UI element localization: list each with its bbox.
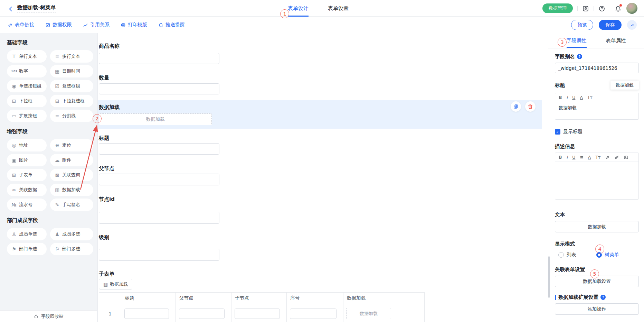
bold-button[interactable]: B	[559, 95, 562, 100]
align-button[interactable]: ≡	[580, 155, 583, 160]
data-permission-button[interactable]: 数据权限	[45, 22, 72, 28]
radio-tree-menu[interactable]	[596, 252, 602, 258]
subform-title-input[interactable]	[124, 309, 169, 319]
level-input[interactable]	[99, 249, 219, 261]
radio-list[interactable]	[558, 252, 564, 258]
title-input[interactable]	[99, 143, 219, 155]
field-label-title: 标题	[99, 135, 109, 141]
subform-dataload-box[interactable]: 数据加载	[346, 308, 391, 319]
notification-bell-icon[interactable]	[615, 5, 622, 12]
subform-parent-input[interactable]	[179, 309, 225, 319]
tab-form-settings[interactable]: 表单设置	[328, 0, 349, 17]
field-label-subform: 子表单	[99, 270, 114, 277]
show-title-row: ✓ 显示标题	[555, 129, 639, 135]
field-data-load[interactable]: ▥数据加载	[50, 184, 93, 196]
page-title[interactable]: 数据加载-树菜单	[17, 4, 56, 12]
field-extend-button[interactable]: ▭扩展按钮	[7, 110, 47, 122]
field-multi-select[interactable]: ⊟下拉复选框	[50, 95, 93, 107]
save-button[interactable]: 保存	[599, 20, 622, 30]
node-id-input[interactable]	[99, 212, 219, 224]
insert-link-icon[interactable]	[605, 155, 610, 160]
help-icon[interactable]	[598, 5, 605, 12]
description-editor-content[interactable]	[555, 162, 638, 199]
field-serial-number[interactable]: №流水号	[7, 199, 47, 211]
subform-order-input[interactable]	[290, 309, 337, 319]
field-dept-multi[interactable]: ⚐部门多选	[50, 243, 93, 255]
data-load-placeholder-box[interactable]: 数据加载	[99, 113, 212, 125]
underline-button[interactable]: U	[572, 155, 575, 160]
alias-input[interactable]	[555, 63, 639, 73]
field-number[interactable]: 123数字	[7, 65, 47, 77]
insert-image-icon[interactable]	[624, 155, 628, 160]
subform-col-dataload: 数据加载	[343, 293, 399, 304]
field-dept-single[interactable]: ⚑部门单选	[7, 243, 47, 255]
tab-form-properties[interactable]: 表单属性	[606, 33, 626, 48]
italic-button[interactable]: I	[567, 155, 568, 160]
field-checkbox-group[interactable]: ☑复选框组	[50, 80, 93, 92]
field-radio-group[interactable]: ◉单选按钮组	[7, 80, 47, 92]
preview-button[interactable]: 预览	[571, 20, 593, 30]
font-color-button[interactable]: A	[588, 155, 591, 160]
field-member-single[interactable]: ♙成员单选	[7, 228, 47, 240]
field-linked-data[interactable]: ∞关联数据	[7, 184, 47, 196]
selected-field-data-load[interactable]: 数据加载 数据加载	[98, 100, 542, 129]
underline-button[interactable]: U	[572, 95, 575, 100]
subform-child-input[interactable]	[235, 309, 280, 319]
field-datetime[interactable]: ▦日期时间	[50, 65, 93, 77]
show-title-checkbox[interactable]: ✓	[555, 129, 560, 135]
field-single-text[interactable]: T单行文本	[7, 50, 47, 63]
panel-scrollbar[interactable]	[548, 256, 550, 298]
subform-col-extra	[399, 293, 425, 304]
title-drag-chip[interactable]: 数据加载	[610, 81, 639, 90]
title-editor-content[interactable]: 数据加载	[555, 102, 638, 119]
printer-icon	[121, 22, 126, 28]
field-location[interactable]: ⊕定位	[50, 139, 93, 151]
text-value-box[interactable]: 数据加载	[555, 221, 639, 232]
cloud-icon: ☁	[54, 157, 60, 163]
extend-help-icon[interactable]: ?	[600, 295, 606, 300]
data-manage-button[interactable]: 数据管理	[542, 3, 573, 13]
field-attachment[interactable]: ☁附件	[50, 154, 93, 166]
field-address[interactable]: ◎地址	[7, 139, 47, 151]
avatar[interactable]	[626, 3, 637, 14]
italic-button[interactable]: I	[567, 95, 568, 100]
description-editor-toolbar: B I U ≡ A Tт	[555, 153, 638, 162]
field-multi-text[interactable]: ≣多行文本	[50, 50, 93, 63]
target-icon: ⊕	[54, 142, 60, 148]
font-color-button[interactable]: A	[580, 95, 583, 100]
push-reminder-button[interactable]: 推送提醒	[158, 22, 185, 28]
print-template-button[interactable]: 打印模版	[121, 22, 147, 28]
alias-help-icon[interactable]: ?	[577, 54, 582, 59]
field-divider[interactable]: ≡分割线	[50, 110, 93, 122]
quantity-input[interactable]	[99, 83, 219, 94]
data-load-settings-button[interactable]: 数据加载设置	[555, 276, 639, 287]
delete-field-button[interactable]	[525, 101, 536, 112]
location-pin-icon: ◎	[11, 142, 17, 148]
radio-tree-menu-label[interactable]: 树菜单	[605, 252, 619, 258]
subform-data-load-button[interactable]: ▥ 数据加载	[99, 279, 132, 289]
bold-button[interactable]: B	[559, 155, 562, 160]
contact-card-icon[interactable]	[582, 5, 589, 12]
field-image[interactable]: ▣图片	[7, 154, 47, 166]
product-name-input[interactable]	[99, 53, 219, 64]
font-size-button[interactable]: Tт	[587, 95, 593, 100]
tab-form-design[interactable]: 表单设计	[288, 0, 309, 17]
add-action-button[interactable]: 添加操作	[555, 303, 639, 315]
remove-link-icon[interactable]	[614, 155, 619, 160]
field-select[interactable]: ⊡下拉框	[7, 95, 47, 107]
field-linked-query[interactable]: ⊠关联查询	[50, 169, 93, 181]
radio-list-label[interactable]: 列表	[567, 252, 576, 258]
field-subform[interactable]: ⊞子表单	[7, 169, 47, 181]
share-button[interactable]	[627, 20, 637, 30]
back-icon[interactable]	[8, 5, 14, 11]
field-member-multi[interactable]: ♟成员多选	[50, 228, 93, 240]
form-link-button[interactable]: 表单链接	[8, 22, 34, 28]
tab-field-properties[interactable]: 字段属性	[567, 33, 587, 48]
field-signature[interactable]: ✎手写签名	[50, 199, 93, 211]
field-recycle-bin[interactable]: 字段回收站	[0, 310, 97, 322]
font-size-button[interactable]: Tт	[595, 155, 600, 160]
parent-node-input[interactable]	[99, 174, 219, 185]
duplicate-field-button[interactable]	[511, 101, 521, 112]
subform-col-index	[99, 293, 121, 304]
reference-relation-button[interactable]: 引用关系	[83, 22, 110, 28]
